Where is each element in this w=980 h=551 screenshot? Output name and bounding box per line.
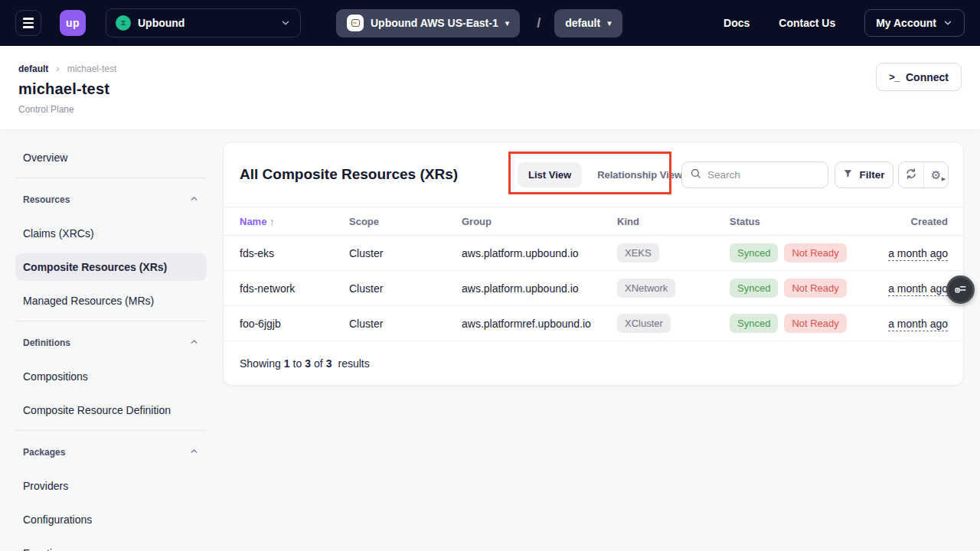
not-ready-badge: Not Ready xyxy=(784,314,846,333)
card-title: All Composite Resources (XRs) xyxy=(240,166,458,183)
created-tooltip-text[interactable]: a month ago xyxy=(888,282,948,296)
path-separator: / xyxy=(537,15,541,31)
refresh-icon xyxy=(905,168,917,182)
gear-icon: ⚙▶ xyxy=(931,169,941,181)
synced-badge: Synced xyxy=(730,243,778,262)
caret-down-icon: ▾ xyxy=(505,18,510,28)
column-header-created[interactable]: Created xyxy=(883,216,948,227)
organization-name: Upbound xyxy=(138,17,185,29)
table-header-row: Name ↑ Scope Group Kind Status Created xyxy=(224,207,963,236)
caret-down-icon: ▾ xyxy=(607,18,612,28)
sidebar-section-definitions[interactable]: Definitions xyxy=(15,329,207,357)
sidebar-section-resources[interactable]: Resources xyxy=(15,186,207,214)
organization-selector[interactable]: Upbound xyxy=(106,8,301,37)
sidebar-item-configurations[interactable]: Configurations xyxy=(15,506,207,533)
my-account-label: My Account xyxy=(876,17,936,29)
sidebar-section-packages[interactable]: Packages xyxy=(15,439,207,466)
divider xyxy=(15,321,207,321)
chevron-up-icon xyxy=(189,337,199,349)
control-plane-selector[interactable]: Upbound AWS US-East-1 ▾ xyxy=(336,9,520,37)
section-label: Definitions xyxy=(23,337,70,348)
synced-badge: Synced xyxy=(730,279,778,298)
search-box xyxy=(681,161,828,188)
not-ready-badge: Not Ready xyxy=(784,279,846,298)
sidebar-item-composite-resources[interactable]: Composite Resources (XRs) xyxy=(15,253,207,281)
sidebar-item-providers[interactable]: Providers xyxy=(15,472,207,500)
created-tooltip-text[interactable]: a month ago xyxy=(888,318,948,331)
breadcrumb-chevron-icon: › xyxy=(56,63,59,74)
column-header-scope[interactable]: Scope xyxy=(349,216,462,227)
section-label: Resources xyxy=(23,194,70,205)
page-header: default › michael-test michael-test Cont… xyxy=(0,46,980,129)
cell-group: aws.platformref.upbound.io xyxy=(462,318,617,330)
cell-kind: XNetwork xyxy=(617,279,730,298)
cell-status: Synced Not Ready xyxy=(730,314,883,333)
results-summary: Showing 1 to 3 of 3 results xyxy=(224,341,963,385)
chevron-up-icon xyxy=(189,446,199,458)
chevron-down-icon xyxy=(280,18,291,28)
docs-link[interactable]: Docs xyxy=(724,17,750,29)
cell-status: Synced Not Ready xyxy=(730,279,883,298)
auto-refresh-settings-button[interactable]: ⚙▶ xyxy=(923,162,948,187)
feedback-widget-button[interactable] xyxy=(946,276,975,304)
sidebar-item-functions[interactable]: Functions xyxy=(15,540,207,551)
chevron-up-icon xyxy=(189,194,199,206)
table-actions-group: ⚙▶ xyxy=(898,161,949,188)
cell-name[interactable]: fds-network xyxy=(240,282,349,295)
breadcrumb-control-plane: michael-test xyxy=(67,64,117,74)
section-label: Packages xyxy=(23,447,65,458)
results-total: 3 xyxy=(326,357,332,370)
table-row[interactable]: fds-network Cluster aws.platform.upbound… xyxy=(224,271,963,306)
contact-us-link[interactable]: Contact Us xyxy=(779,17,835,29)
group-selector[interactable]: default ▾ xyxy=(554,9,622,37)
kind-badge: XCluster xyxy=(617,314,671,333)
filter-label: Filter xyxy=(859,169,884,181)
card-header: All Composite Resources (XRs) List View … xyxy=(224,142,963,207)
cell-kind: XCluster xyxy=(617,314,730,333)
table-row[interactable]: foo-6jgjb Cluster aws.platformref.upboun… xyxy=(224,306,963,341)
refresh-button[interactable] xyxy=(899,162,923,187)
filter-button[interactable]: Filter xyxy=(835,161,893,188)
sidebar-item-compositions[interactable]: Compositions xyxy=(15,363,207,390)
results-to: 3 xyxy=(305,357,311,370)
my-account-button[interactable]: My Account xyxy=(864,9,965,37)
connect-button[interactable]: >_ Connect xyxy=(876,63,962,91)
cell-scope: Cluster xyxy=(349,282,462,295)
group-name: default xyxy=(565,17,600,29)
upbound-logo[interactable]: up xyxy=(60,10,86,36)
cell-name[interactable]: fds-eks xyxy=(240,247,349,259)
cell-name[interactable]: foo-6jgjb xyxy=(240,318,349,330)
sidebar-item-claims[interactable]: Claims (XRCs) xyxy=(15,220,207,247)
navbar-links: Docs Contact Us My Account xyxy=(724,9,965,37)
cell-group: aws.platform.upbound.io xyxy=(462,282,617,295)
cell-scope: Cluster xyxy=(349,318,462,330)
column-header-status[interactable]: Status xyxy=(730,216,883,227)
column-header-name[interactable]: Name ↑ xyxy=(240,216,349,227)
sort-ascending-icon: ↑ xyxy=(270,216,275,227)
not-ready-badge: Not Ready xyxy=(784,243,846,262)
sidebar: Overview Resources Claims (XRCs) Composi… xyxy=(15,144,207,551)
terminal-icon: >_ xyxy=(889,71,899,83)
control-plane-name: Upbound AWS US-East-1 xyxy=(371,17,498,29)
table-row[interactable]: fds-eks Cluster aws.platform.upbound.io … xyxy=(224,236,963,271)
divider xyxy=(15,430,207,431)
results-from: 1 xyxy=(284,357,290,370)
relationship-view-tab[interactable]: Relationship View xyxy=(586,162,693,187)
column-header-kind[interactable]: Kind xyxy=(617,216,730,227)
list-view-tab[interactable]: List View xyxy=(518,162,582,187)
hamburger-menu-button[interactable] xyxy=(15,10,41,36)
sidebar-item-overview[interactable]: Overview xyxy=(15,144,207,171)
control-plane-icon xyxy=(347,15,364,31)
sidebar-item-composite-resource-definition[interactable]: Composite Resource Definition xyxy=(15,396,207,424)
composite-resources-card: All Composite Resources (XRs) List View … xyxy=(223,142,964,386)
search-input[interactable] xyxy=(707,169,807,181)
connect-label: Connect xyxy=(906,71,949,83)
column-header-group[interactable]: Group xyxy=(462,216,617,227)
cell-scope: Cluster xyxy=(349,247,462,259)
breadcrumb-group[interactable]: default xyxy=(18,64,48,74)
created-tooltip-text[interactable]: a month ago xyxy=(888,247,948,261)
page-subtitle: Control Plane xyxy=(18,104,962,115)
cell-created: a month ago xyxy=(883,318,948,330)
sidebar-item-managed-resources[interactable]: Managed Resources (MRs) xyxy=(15,287,207,315)
kind-badge: XEKS xyxy=(617,243,659,262)
